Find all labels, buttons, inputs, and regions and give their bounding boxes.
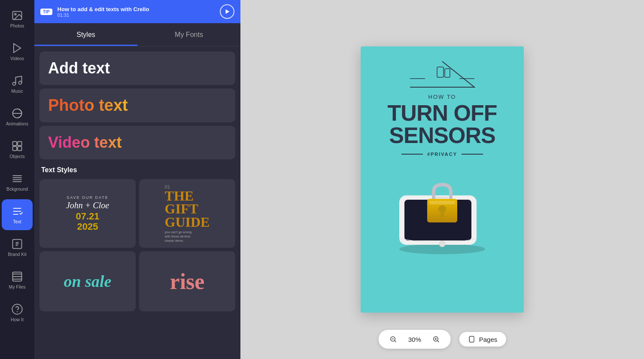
video-text-card[interactable]: Video text <box>39 126 235 159</box>
animations-label: Animations <box>6 121 28 126</box>
objects-label: Objects <box>9 154 25 159</box>
svg-rect-40 <box>469 336 474 342</box>
sidebar-item-videos[interactable]: Videos <box>2 36 33 67</box>
svg-point-3 <box>13 82 16 85</box>
sidebar-item-music[interactable]: Music <box>2 69 33 100</box>
canvas-main-title: TURN OFF SENSORS <box>388 102 497 146</box>
style-card-rise[interactable]: rise <box>139 251 235 311</box>
svg-point-1 <box>15 13 16 15</box>
objects-icon <box>11 140 23 152</box>
phone-lock-illustration <box>386 170 498 256</box>
svg-rect-22 <box>445 69 450 77</box>
video-icon <box>11 42 23 54</box>
svg-point-4 <box>19 81 22 84</box>
sidebar-item-background[interactable]: Bckground <box>2 167 33 198</box>
photo-icon <box>11 9 23 21</box>
style-card-wedding[interactable]: SAVE OUR DATE John + Cloe 07.212025 <box>39 179 136 248</box>
brand-icon <box>11 238 23 250</box>
text-label: Text <box>13 219 21 224</box>
tip-badge: TIP <box>40 9 52 15</box>
zoom-control: 30% <box>379 330 451 349</box>
sidebar-item-howit[interactable]: How It <box>2 297 33 328</box>
svg-point-16 <box>12 304 22 314</box>
style-card-gift[interactable]: 01 THEGIFTGUIDE you can't go wrongwith t… <box>139 179 235 248</box>
svg-marker-18 <box>226 9 230 14</box>
svg-line-37 <box>437 341 439 342</box>
videos-label: Videos <box>10 56 24 61</box>
zoom-value: 30% <box>406 336 423 343</box>
sidebar-item-animations[interactable]: Animations <box>2 101 33 132</box>
tip-time: 01:31 <box>58 12 215 18</box>
photo-text-card[interactable]: Photo text <box>39 88 235 122</box>
tip-title: How to add & edit texts with Crello <box>58 6 215 12</box>
wedding-date-text: 07.212025 <box>76 211 99 232</box>
sidebar-item-photos[interactable]: Photos <box>2 3 33 34</box>
canvas-hashtag-row: #PRIVACY <box>401 152 483 157</box>
canvas-hashtag: #PRIVACY <box>427 152 457 157</box>
sidebar-item-objects[interactable]: Objects <box>2 134 33 165</box>
files-label: My Files <box>9 284 25 289</box>
zoom-out-button[interactable] <box>387 333 399 345</box>
brand-label: Brand Kit <box>8 252 26 257</box>
tip-banner[interactable]: TIP How to add & edit texts with Crello … <box>34 0 240 23</box>
panel-tabs: Styles My Fonts <box>34 23 240 46</box>
animation-icon <box>11 107 23 119</box>
howit-label: How It <box>11 317 24 322</box>
add-text-label: Add text <box>48 59 110 77</box>
text-panel: TIP How to add & edit texts with Crello … <box>34 0 240 359</box>
zoom-out-icon <box>389 335 397 343</box>
photo-text-label: Photo text <box>48 96 128 115</box>
text-icon <box>11 205 23 217</box>
svg-rect-32 <box>429 201 455 204</box>
gift-title-text: THEGIFTGUIDE <box>165 189 210 228</box>
style-grid: SAVE OUR DATE John + Cloe 07.212025 01 T… <box>39 179 235 311</box>
canvas-how-to: HOW TO <box>428 94 456 100</box>
svg-rect-8 <box>13 146 17 150</box>
canvas-title-line1: TURN OFF <box>388 100 497 125</box>
pages-label: Pages <box>479 336 498 343</box>
panel-content: Add text Photo text Video text Text Styl… <box>34 46 240 359</box>
gift-sub-text: you can't go wrongwith these all-timecla… <box>165 230 192 243</box>
pages-icon <box>468 335 476 343</box>
sidebar-item-brand[interactable]: Brand Kit <box>2 232 33 263</box>
tab-myfonts[interactable]: My Fonts <box>137 23 240 46</box>
video-text-label: Video text <box>48 134 122 152</box>
tab-styles[interactable]: Styles <box>34 23 137 46</box>
style-card-onsale[interactable]: on sale <box>39 251 136 311</box>
onsale-text: on sale <box>64 272 112 291</box>
rise-text: rise <box>170 269 205 294</box>
sidebar-item-text[interactable]: Text <box>2 199 33 230</box>
triangle-phone-icon <box>408 59 477 89</box>
gift-style-content: 01 THEGIFTGUIDE you can't go wrongwith t… <box>165 184 210 243</box>
bottom-bar: 30% Pages <box>379 330 506 349</box>
zoom-in-button[interactable] <box>430 333 442 345</box>
play-icon <box>224 9 230 15</box>
wedding-top-text: SAVE OUR DATE <box>67 195 109 200</box>
design-canvas[interactable]: HOW TO TURN OFF SENSORS #PRIVACY <box>361 46 524 313</box>
svg-rect-7 <box>18 142 21 146</box>
canvas-top-icon <box>408 59 477 89</box>
howit-icon <box>11 303 23 315</box>
canvas-title-line2: SENSORS <box>389 123 495 148</box>
background-icon <box>11 173 23 185</box>
photos-label: Photos <box>10 23 24 28</box>
sidebar: Photos Videos Music Animations Objects <box>0 0 34 359</box>
tip-play-button[interactable] <box>220 4 234 19</box>
music-label: Music <box>11 88 23 94</box>
tip-text: How to add & edit texts with Crello 01:3… <box>58 6 215 18</box>
music-icon <box>11 75 23 87</box>
svg-rect-21 <box>437 67 444 77</box>
svg-rect-6 <box>13 142 17 146</box>
phone-lock-svg <box>386 170 498 256</box>
add-text-card[interactable]: Add text <box>39 52 235 85</box>
canvas-wrapper: HOW TO TURN OFF SENSORS #PRIVACY <box>361 46 524 313</box>
sidebar-item-files[interactable]: My Files <box>2 265 33 295</box>
svg-point-26 <box>439 241 445 247</box>
svg-line-34 <box>395 341 396 342</box>
canvas-hash-line-right <box>462 154 483 155</box>
canvas-hash-line-left <box>401 154 423 155</box>
files-icon <box>11 271 23 283</box>
wedding-style-content: SAVE OUR DATE John + Cloe 07.212025 <box>66 195 109 232</box>
pages-button[interactable]: Pages <box>459 332 506 347</box>
wedding-name-text: John + Cloe <box>66 201 109 210</box>
